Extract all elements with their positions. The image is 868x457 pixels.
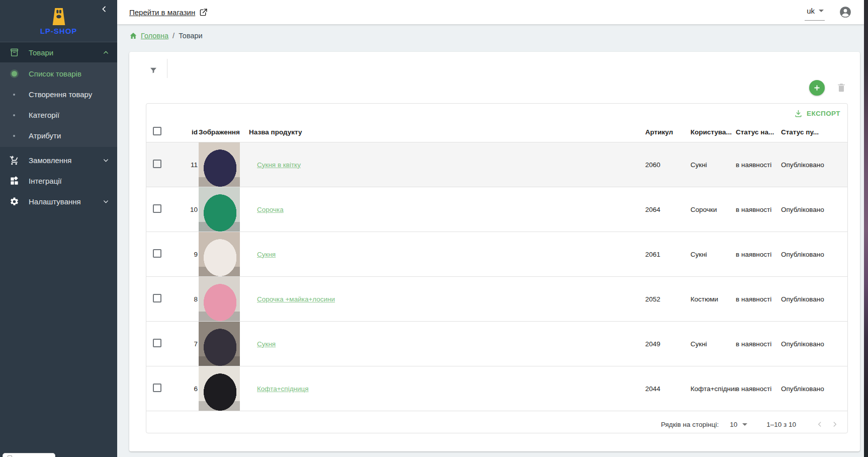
caret-down-icon bbox=[819, 10, 824, 12]
cell-id: 7 bbox=[172, 322, 199, 366]
sidebar-item-integrations[interactable]: Інтеграції bbox=[0, 171, 117, 191]
chevron-down-icon bbox=[103, 198, 109, 205]
product-image[interactable] bbox=[199, 277, 240, 321]
sidebar-item-product-list[interactable]: Список товарів bbox=[0, 63, 117, 84]
sidebar-item-orders[interactable]: Замовлення bbox=[0, 150, 117, 171]
account-menu-button[interactable] bbox=[839, 6, 852, 19]
cell-publish-status: Опубліковано bbox=[781, 322, 847, 366]
product-image[interactable] bbox=[199, 322, 240, 366]
trash-icon bbox=[836, 82, 847, 93]
products-submenu: Список товарів Створення товару Категорі… bbox=[0, 62, 117, 147]
shop-link-label: Перейти в магазин bbox=[129, 8, 195, 17]
next-page-button[interactable] bbox=[827, 417, 842, 432]
table-header-row: id Зображення Назва продукту Артикул Кор… bbox=[146, 123, 847, 142]
product-name-link[interactable]: Сукня bbox=[257, 340, 276, 348]
language-select[interactable]: uk bbox=[805, 4, 825, 21]
cell-id: 11 bbox=[172, 142, 199, 187]
filter-row bbox=[129, 52, 860, 78]
funnel-icon bbox=[149, 66, 158, 75]
select-all-checkbox[interactable] bbox=[153, 127, 161, 135]
cell-stock-status: в наявності bbox=[736, 187, 781, 232]
pagination-range: 1–10 з 10 bbox=[766, 421, 796, 428]
topbar-right: uk bbox=[805, 4, 852, 21]
chevron-right-icon bbox=[831, 421, 838, 428]
logo-block: LP-SHOP bbox=[0, 0, 117, 42]
home-icon bbox=[129, 32, 137, 40]
cell-id: 6 bbox=[172, 366, 199, 411]
page-content: Головна / Товари bbox=[117, 24, 868, 457]
account-circle-icon bbox=[839, 6, 852, 19]
cell-stock-status: в наявності bbox=[736, 322, 781, 366]
table-actions-row bbox=[129, 78, 860, 97]
language-value: uk bbox=[807, 7, 815, 15]
breadcrumb-current: Товари bbox=[179, 32, 203, 40]
cell-publish-status: Опубліковано bbox=[781, 142, 847, 187]
sidebar-item-attributes[interactable]: Атрибути bbox=[0, 125, 117, 146]
row-checkbox[interactable] bbox=[153, 294, 161, 302]
breadcrumb-home-link[interactable]: Головна bbox=[129, 32, 168, 40]
product-image[interactable] bbox=[199, 187, 240, 232]
product-name-link[interactable]: Кофта+спідниця bbox=[257, 385, 309, 393]
submenu-item-label: Створення товару bbox=[29, 90, 92, 99]
sidebar-item-label: Інтеграції bbox=[29, 177, 109, 185]
products-box-icon bbox=[8, 48, 20, 57]
rows-per-page-value: 10 bbox=[730, 421, 737, 428]
cell-publish-status: Опубліковано bbox=[781, 232, 847, 277]
table-row: 9 Сукня 2061 Сукні в наявності Опубліков… bbox=[146, 232, 847, 277]
row-checkbox[interactable] bbox=[153, 339, 161, 347]
widgets-icon bbox=[8, 176, 20, 186]
product-image[interactable] bbox=[199, 142, 240, 187]
export-button[interactable]: ЕКСПОРТ bbox=[794, 109, 840, 118]
product-name-link[interactable]: Сукня bbox=[257, 251, 276, 258]
sidebar-item-product-create[interactable]: Створення товару bbox=[0, 84, 117, 105]
cell-publish-status: Опубліковано bbox=[781, 187, 847, 232]
delete-selected-button[interactable] bbox=[836, 82, 847, 93]
header-stock-status: Статус на... bbox=[736, 123, 781, 142]
active-bullet-icon bbox=[8, 71, 20, 77]
go-to-shop-link[interactable]: Перейти в магазин bbox=[129, 8, 208, 17]
row-checkbox[interactable] bbox=[153, 204, 161, 213]
sidebar-item-products[interactable]: Товари bbox=[0, 42, 117, 62]
header-category: Користува... bbox=[690, 123, 736, 142]
sidebar-item-label: Налаштування bbox=[29, 197, 103, 206]
submenu-item-label: Список товарів bbox=[29, 69, 81, 78]
toolbar-divider bbox=[167, 59, 167, 78]
cell-sku: 2044 bbox=[645, 366, 690, 411]
sidebar-item-categories[interactable]: Категорії bbox=[0, 105, 117, 125]
sidebar-item-label: Замовлення bbox=[29, 156, 103, 165]
right-edge-artifact bbox=[864, 0, 868, 457]
product-image[interactable] bbox=[199, 366, 240, 411]
breadcrumb-home-label: Головна bbox=[141, 32, 168, 40]
sidebar-item-settings[interactable]: Налаштування bbox=[0, 191, 117, 212]
sidebar-item-label: Товари bbox=[29, 48, 103, 57]
header-image: Зображення bbox=[199, 123, 249, 142]
filter-button[interactable] bbox=[146, 63, 161, 78]
previous-page-button[interactable] bbox=[812, 417, 827, 432]
bullet-icon bbox=[8, 135, 20, 137]
cell-category: Сукні bbox=[690, 232, 736, 277]
row-checkbox[interactable] bbox=[153, 384, 161, 392]
cell-category: Костюми bbox=[690, 277, 736, 322]
download-icon bbox=[794, 109, 803, 118]
cell-id: 10 bbox=[172, 187, 199, 232]
product-name-link[interactable]: Сукня в квітку bbox=[257, 161, 301, 169]
rows-per-page-label: Рядків на сторінці: bbox=[661, 421, 719, 428]
header-sku: Артикул bbox=[645, 123, 690, 142]
sidebar-collapse-button[interactable] bbox=[99, 4, 109, 14]
cell-category: Сорочки bbox=[690, 187, 736, 232]
cell-id: 8 bbox=[172, 277, 199, 322]
row-checkbox[interactable] bbox=[153, 160, 161, 168]
header-publish-status: Статус пу... bbox=[781, 123, 847, 142]
product-name-link[interactable]: Сорочка +майка+лосини bbox=[257, 295, 335, 303]
submenu-item-label: Атрибути bbox=[29, 131, 61, 140]
rows-per-page-select[interactable]: 10 bbox=[730, 421, 747, 428]
sidebar-menu: Товари Список товарів Створення товару К… bbox=[0, 42, 117, 212]
pagination: Рядків на сторінці: 10 1–10 з 10 bbox=[146, 411, 847, 433]
add-product-button[interactable] bbox=[809, 80, 825, 96]
product-image[interactable] bbox=[199, 232, 240, 276]
submenu-item-label: Категорії bbox=[29, 111, 59, 119]
product-name-link[interactable]: Сорочка bbox=[257, 206, 284, 213]
header-name: Назва продукту bbox=[249, 123, 645, 142]
row-checkbox[interactable] bbox=[153, 249, 161, 258]
cell-category: Кофта+спідниц bbox=[690, 366, 736, 411]
